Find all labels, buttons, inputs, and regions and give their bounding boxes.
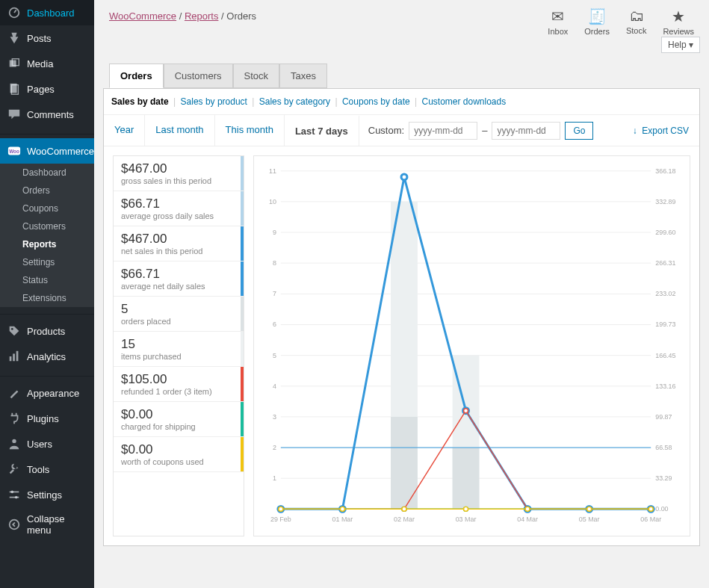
help-button[interactable]: Help ▾ [661,37,700,53]
sublink-coupons-by-date[interactable]: Coupons by date [342,96,410,107]
legend-row[interactable]: $66.71average gross daily sales [114,191,244,226]
collapse-icon [7,518,21,531]
sidebar-item-settings[interactable]: Settings [0,482,94,507]
svg-text:4: 4 [273,383,276,390]
legend-label: items purchased [121,352,236,361]
sublink-sales-by-product[interactable]: Sales by product [181,96,247,107]
breadcrumb: WooCommerce / Reports / Orders [109,7,256,22]
topicon-stock[interactable]: 🗂Stock [626,7,647,36]
sidebar-sub-dashboard[interactable]: Dashboard [0,164,94,182]
date-range-row: YearLast monthThis monthLast 7 days Cust… [104,114,699,146]
sidebar-item-comments[interactable]: Comments [0,102,94,127]
date-from-input[interactable] [409,122,477,140]
tab-customers[interactable]: Customers [164,64,233,88]
sidebar-item-tools[interactable]: Tools [0,457,94,482]
sublink-customer-downloads[interactable]: Customer downloads [421,96,506,107]
plug-icon [7,412,21,425]
svg-text:5: 5 [273,352,276,359]
legend-value: $66.71 [121,196,236,211]
legend-row[interactable]: $66.71average net daily sales [114,261,244,297]
svg-text:266.31: 266.31 [655,259,675,267]
stats-legend: $467.00gross sales in this period$66.71a… [113,155,244,536]
go-button[interactable]: Go [565,122,593,140]
comment-icon [7,108,21,121]
export-csv[interactable]: ↓ Export CSV [622,126,699,136]
range-this-month[interactable]: This month [215,115,285,146]
sidebar-sub-extensions[interactable]: Extensions [0,289,94,307]
range-last-month[interactable]: Last month [145,115,214,146]
tab-stock[interactable]: Stock [233,64,280,88]
svg-rect-10 [13,353,15,361]
legend-row[interactable]: $105.00refunded 1 order (3 item) [114,367,244,402]
chart-svg: 12345678910110.0033.2966.5899.87133.1616… [260,165,684,530]
topicon-inbox[interactable]: ✉Inbox [548,7,568,36]
sublink-sales-by-category[interactable]: Sales by category [259,96,330,107]
dashboard-icon [7,6,21,19]
svg-text:03 Mar: 03 Mar [456,516,477,523]
legend-stripe [241,437,244,471]
topicon-orders[interactable]: 🧾Orders [584,7,610,36]
topicon-reviews[interactable]: ★Reviews [663,7,694,36]
custom-label: Custom: [368,125,404,136]
legend-stripe [241,261,244,296]
svg-text:29 Feb: 29 Feb [270,516,291,523]
topicon-label: Stock [626,26,647,35]
sidebar-separator [0,311,94,315]
sidebar-item-users[interactable]: Users [0,431,94,457]
legend-row[interactable]: $0.00worth of coupons used [114,437,244,472]
range-last-7-days[interactable]: Last 7 days [285,115,359,146]
sidebar-item-appearance[interactable]: Appearance [0,380,94,406]
breadcrumb-reports[interactable]: Reports [185,10,219,22]
report-sublinks: Sales by date | Sales by product | Sales… [104,89,699,114]
user-icon [7,437,21,451]
sidebar-item-collapse-menu[interactable]: Collapse menu [0,507,94,542]
sidebar-sub-status[interactable]: Status [0,271,94,289]
legend-value: 15 [121,337,236,352]
legend-row[interactable]: $467.00gross sales in this period [114,156,244,191]
legend-label: orders placed [121,317,236,326]
sidebar-item-woocommerce[interactable]: Woo WooCommerce [0,138,94,164]
sidebar-sub-settings[interactable]: Settings [0,253,94,271]
woo-icon: Woo [7,144,21,158]
sidebar-label: Products [27,326,65,337]
sidebar-item-posts[interactable]: Posts [0,25,94,51]
svg-text:11: 11 [269,167,276,175]
legend-label: worth of coupons used [121,457,236,466]
legend-stripe [241,156,244,191]
sidebar-sub-orders[interactable]: Orders [0,182,94,199]
pin-icon [7,31,21,45]
sidebar-item-media[interactable]: Media [0,51,94,76]
legend-row[interactable]: 15items purchased [114,332,244,367]
svg-point-17 [10,520,19,530]
date-dash: – [482,125,487,136]
tab-orders[interactable]: Orders [109,64,164,88]
sidebar-item-pages[interactable]: Pages [0,76,94,102]
legend-row[interactable]: $467.00net sales in this period [114,226,244,261]
svg-point-83 [587,507,592,511]
date-to-input[interactable] [492,122,560,140]
orders-icon: 🧾 [584,7,610,25]
help-bar: Help ▾ [94,36,709,53]
svg-text:10: 10 [269,198,276,205]
sidebar-item-analytics[interactable]: Analytics [0,344,94,369]
tab-taxes[interactable]: Taxes [279,64,327,88]
svg-text:6: 6 [273,321,276,328]
legend-row[interactable]: $0.00charged for shipping [114,402,244,437]
svg-text:01 Mar: 01 Mar [332,516,353,523]
svg-point-16 [15,496,18,499]
bars-icon [7,350,21,363]
svg-point-8 [11,328,13,330]
breadcrumb-woocommerce[interactable]: WooCommerce [109,10,176,22]
sidebar-item-dashboard[interactable]: Dashboard [0,0,94,25]
sidebar-item-plugins[interactable]: Plugins [0,406,94,431]
legend-row[interactable]: 5orders placed [114,297,244,332]
sidebar-sub-coupons[interactable]: Coupons [0,199,94,217]
sidebar-item-products[interactable]: Products [0,318,94,344]
sidebar-sub-reports[interactable]: Reports [0,235,94,253]
range-year[interactable]: Year [104,115,145,146]
top-bar: WooCommerce / Reports / Orders ✉Inbox🧾Or… [94,0,709,36]
topicon-label: Orders [584,27,610,36]
sidebar-label: Settings [27,489,62,501]
svg-text:0.00: 0.00 [655,505,668,513]
sidebar-sub-customers[interactable]: Customers [0,217,94,235]
